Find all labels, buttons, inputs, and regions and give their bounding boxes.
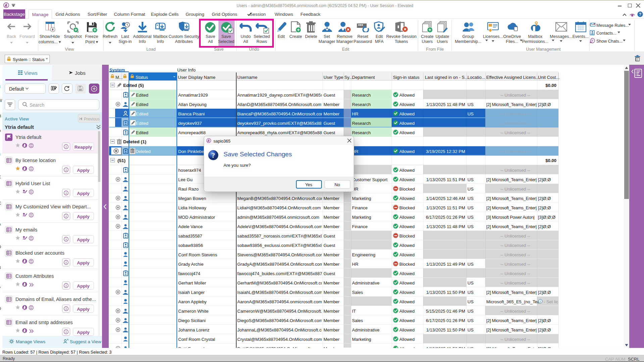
- svg-text:?: ?: [211, 151, 215, 159]
- svg-text:?: ?: [639, 12, 641, 17]
- svg-text:***: ***: [358, 23, 363, 28]
- svg-text:i: i: [540, 300, 541, 303]
